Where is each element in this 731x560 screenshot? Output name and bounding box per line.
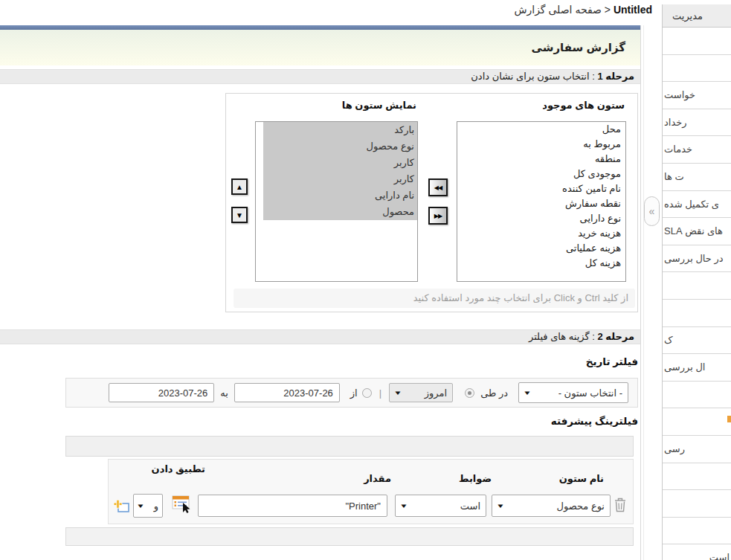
advanced-filter-top-bar [65,436,634,457]
available-column-item[interactable]: هزینه خرید [457,226,625,241]
value-column-header: مقدار [317,473,391,484]
sidebar-row [663,272,731,300]
range-radio[interactable] [362,388,372,398]
breadcrumb-separator: > [605,4,611,16]
date-column-select-value: - انتخاب ستون - [558,387,622,399]
step2-header: مرحله 2 : گزینه های فیلتر [0,329,640,344]
available-column-item[interactable]: محل [457,122,625,137]
breadcrumb-path-link[interactable]: صفحه اصلی گزارش [514,4,602,16]
sidebar-row[interactable]: است [663,544,731,560]
page-title: گزارش سفارشی [0,30,640,54]
sidebar: مدیریت خواسترخدادخدماتت های تکمیل شدههای… [662,4,731,560]
available-column-item[interactable]: منطقه [457,152,625,167]
move-to-available-button[interactable]: ▶▶ [428,207,448,225]
match-operator-select[interactable]: ▼ و [133,494,163,518]
sidebar-row[interactable]: خدمات [663,136,731,164]
display-column-item[interactable]: کاربر [263,171,417,187]
criteria-column-header: ضوابط [417,473,492,484]
available-columns-listbox[interactable]: محلمربوط بهمنطقهموجودی کلنام تامین کننده… [457,121,626,282]
sidebar-row[interactable]: رخداد [663,109,731,137]
up-arrow-icon: ▲ [236,183,243,191]
sidebar-row[interactable]: ال بررسی [663,354,731,382]
available-column-item[interactable]: مربوط به [457,137,625,152]
list-picker-icon [172,495,193,514]
to-date-input[interactable] [109,383,214,402]
chevron-down-icon: ▼ [523,390,532,396]
chevron-down-icon: ▼ [136,503,145,509]
add-row-icon [112,498,130,515]
separator-bar: | [372,387,389,399]
breadcrumb: صفحه اصلی گزارش > Untitled [514,4,652,16]
column-name-select[interactable]: ▼ نوع محصول [492,495,611,517]
sidebar-collapse-button[interactable]: » [644,196,660,226]
trash-icon [614,498,626,512]
sidebar-row[interactable]: خواست [663,82,731,109]
date-preset-select[interactable]: ▼ امروز [389,383,453,402]
display-column-item[interactable]: کاربر [263,155,417,171]
sidebar-row-label: ت ها [664,171,684,182]
delete-criteria-button[interactable] [614,497,627,513]
step2-number: مرحله 2 [597,331,634,342]
sidebar-row-label: های نقض SLA [664,225,723,236]
from-label: از [350,387,358,399]
from-date-input[interactable] [234,383,340,402]
gutter-line [643,25,644,560]
move-up-button[interactable]: ▲ [231,178,248,195]
multiselect-hint: از کلید Ctrl و Click برای انتخاب چند مور… [234,289,635,308]
sidebar-header-management[interactable]: مدیریت [663,4,731,28]
sidebar-row [663,463,731,491]
sidebar-row [663,55,731,83]
available-column-item[interactable]: موجودی کل [457,167,625,181]
sidebar-row-label: ک [664,335,673,346]
sidebar-row [663,382,731,409]
available-column-item[interactable]: هزینه عملیاتی [457,241,625,256]
date-preset-value: امروز [425,387,447,399]
move-to-display-button[interactable]: ◀◀ [428,178,448,196]
sidebar-row[interactable]: ک [663,327,731,355]
sidebar-row-label: رخداد [664,117,687,128]
advanced-filter-bottom-bar [65,527,634,546]
sidebar-row [663,300,731,327]
display-column-item[interactable]: نام دارایی [263,187,417,204]
to-label: به [220,387,228,399]
custom-report-page: { "breadcrumb": { "path": "صفحه اصلی گزا… [0,0,731,560]
match-column-header: تطبیق دادن [161,463,205,474]
column-picker-box: ستون های موجود نمایش ستون ها محلمربوط به… [225,93,638,312]
match-operator-value: و [154,501,158,512]
available-column-item[interactable]: نوع دارایی [457,211,625,226]
sidebar-rows: خواسترخدادخدماتت های تکمیل شدههای نقض SL… [663,28,731,560]
down-arrow-icon: ▼ [236,211,243,219]
sidebar-row[interactable]: ت ها [663,164,731,191]
double-chevron-right-icon: » [649,205,655,217]
move-down-button[interactable]: ▼ [231,207,248,223]
sidebar-row [663,28,731,55]
sidebar-row[interactable]: رسی [663,436,731,463]
criteria-select-value: است [460,501,480,512]
title-band: گزارش سفارشی [0,30,640,65]
criteria-select[interactable]: ▼ است [395,495,486,517]
sidebar-row-label: ی تکمیل شده [664,199,719,210]
display-column-item[interactable]: محصول [263,204,417,220]
sidebar-row[interactable]: در حال بررسی [663,245,731,273]
display-columns-listbox[interactable]: بارکدنوع محصولکاربرکاربرنام داراییمحصول [255,121,418,282]
display-column-item[interactable]: بارکد [263,122,417,138]
panel-right-border [640,25,641,560]
add-criteria-button[interactable] [112,498,130,515]
advanced-filter-label: فیلترینگ پیشرفته [551,415,638,427]
available-column-item[interactable]: هزینه کل [457,256,625,271]
available-column-item[interactable]: نقطه سفارش [457,196,625,211]
date-filter-row: ▼ - انتخاب ستون - در طی ▼ امروز | از به [65,378,638,408]
sidebar-row-label: است [709,552,730,560]
pick-from-list-button[interactable] [172,495,193,514]
criteria-value-input[interactable] [198,495,387,517]
display-column-item[interactable]: نوع محصول [263,138,417,155]
column-name-select-value: نوع محصول [557,501,605,512]
date-column-select[interactable]: ▼ - انتخاب ستون - [518,382,628,403]
advanced-filter-table: تطبیق دادن مقدار ضوابط نام ستون ▼ و ▼ اس… [108,459,634,524]
sidebar-row[interactable]: های نقض SLA [663,218,731,245]
breadcrumb-current: Untitled [614,4,652,16]
during-radio[interactable] [465,388,474,398]
sidebar-row[interactable]: ی تکمیل شده [663,191,731,219]
sidebar-row-label: در حال بررسی [664,253,724,264]
available-column-item[interactable]: نام تامین کننده [457,181,625,196]
